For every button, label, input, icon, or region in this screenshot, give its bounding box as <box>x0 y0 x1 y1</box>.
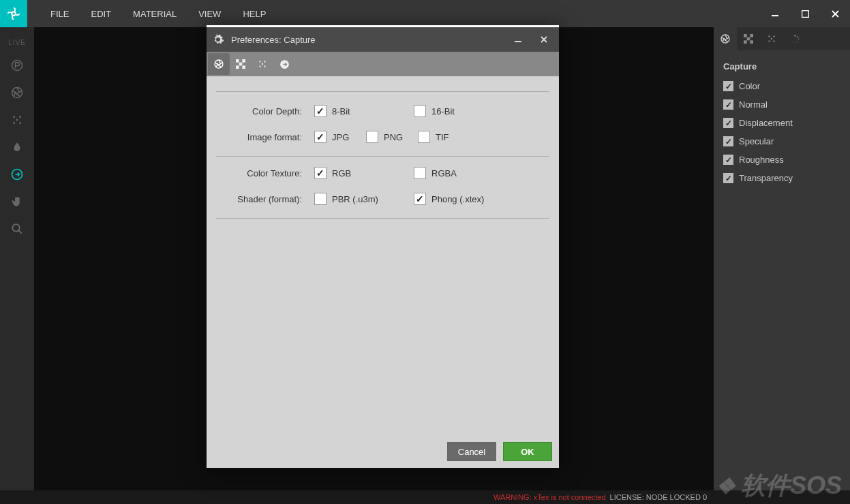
capture-check-roughness[interactable]: Roughness <box>723 155 840 165</box>
option-jpg[interactable]: JPG <box>314 131 366 143</box>
dialog-minimize-button[interactable] <box>509 30 528 49</box>
tool-hand-icon[interactable] <box>5 189 29 214</box>
dialog-tab-checker-icon[interactable] <box>230 53 252 75</box>
svg-rect-13 <box>744 34 747 37</box>
panel-tab-dots-icon[interactable] <box>760 27 783 50</box>
capture-check-specular[interactable]: Specular <box>723 136 840 146</box>
svg-rect-1 <box>772 15 778 16</box>
tool-parking-icon[interactable] <box>5 53 29 78</box>
checkbox-icon[interactable] <box>414 105 426 117</box>
panel-tab-aperture-icon[interactable] <box>714 27 737 50</box>
form-section-1: Color Depth: 8-Bit16-Bit Image format: J… <box>216 91 549 157</box>
menu-help[interactable]: HELP <box>232 9 277 19</box>
menu-edit[interactable]: EDIT <box>80 9 122 19</box>
svg-point-25 <box>798 38 799 40</box>
dialog-close-button[interactable] <box>534 30 553 49</box>
menu-material[interactable]: MATERIAL <box>122 9 187 19</box>
option-rgb[interactable]: RGB <box>314 167 414 179</box>
menu-view[interactable]: VIEW <box>187 9 232 19</box>
option-pbr-u3m-[interactable]: PBR (.u3m) <box>314 193 414 205</box>
checkbox-icon[interactable] <box>314 193 327 205</box>
check-label: Specular <box>739 136 774 146</box>
option-8-bit[interactable]: 8-Bit <box>314 105 414 117</box>
window-controls <box>760 0 850 27</box>
dialog-titlebar[interactable]: Preferences: Capture <box>207 27 559 52</box>
tool-arrow-circle-icon[interactable] <box>5 162 29 187</box>
option-label: 8-Bit <box>332 106 350 116</box>
status-warning: WARNING: xTex is not connected <box>494 493 606 501</box>
option-phong-xtex-[interactable]: Phong (.xtex) <box>414 193 513 205</box>
option-tif[interactable]: TIF <box>418 131 470 143</box>
svg-point-22 <box>773 40 774 42</box>
svg-point-28 <box>792 41 793 42</box>
dialog-tab-arrow-icon[interactable] <box>273 53 295 75</box>
ok-button[interactable]: OK <box>503 442 552 461</box>
svg-point-26 <box>797 40 798 42</box>
checkbox-icon[interactable] <box>723 99 733 110</box>
close-button[interactable] <box>820 0 850 27</box>
tool-dots-icon[interactable] <box>5 108 29 132</box>
right-panel: Capture ColorNormalDisplacementSpecularR… <box>714 27 850 490</box>
tool-search-icon[interactable] <box>5 217 29 241</box>
svg-rect-14 <box>747 37 750 41</box>
panel-tab-checker-icon[interactable] <box>737 27 760 50</box>
menu-items: FILE EDIT MATERIAL VIEW HELP <box>40 9 277 19</box>
label-image-format: Image format: <box>216 132 314 142</box>
svg-point-3 <box>12 61 22 71</box>
checkbox-icon[interactable] <box>314 105 327 117</box>
option-png[interactable]: PNG <box>366 131 418 143</box>
checkbox-icon[interactable] <box>418 131 430 143</box>
checkbox-icon[interactable] <box>723 155 733 165</box>
svg-point-7 <box>16 119 18 121</box>
checkbox-icon[interactable] <box>314 167 327 179</box>
label-shader-format: Shader (format): <box>216 194 314 204</box>
svg-point-39 <box>259 65 260 67</box>
checkbox-icon[interactable] <box>723 81 733 91</box>
option-label: PNG <box>384 132 403 142</box>
option-16-bit[interactable]: 16-Bit <box>414 105 513 117</box>
check-label: Normal <box>739 99 768 110</box>
option-label: Phong (.xtex) <box>431 194 484 204</box>
tool-aperture-icon[interactable] <box>5 80 29 105</box>
svg-rect-35 <box>242 65 245 69</box>
svg-point-9 <box>19 122 21 124</box>
check-label: Transparency <box>739 173 793 183</box>
form-section-2: Color Texture: RGBRGBA Shader (format): … <box>216 159 549 219</box>
svg-point-5 <box>13 116 15 118</box>
row-shader-format: Shader (format): PBR (.u3m)Phong (.xtex) <box>216 191 549 207</box>
checkbox-icon[interactable] <box>723 136 733 146</box>
checkbox-icon[interactable] <box>723 118 733 128</box>
option-label: PBR (.u3m) <box>332 194 378 204</box>
capture-check-transparency[interactable]: Transparency <box>723 173 840 183</box>
checkbox-icon[interactable] <box>314 131 327 143</box>
option-rgba[interactable]: RGBA <box>414 167 513 179</box>
menubar: FILE EDIT MATERIAL VIEW HELP <box>0 0 850 27</box>
row-color-depth: Color Depth: 8-Bit16-Bit <box>216 103 549 119</box>
status-license: LICENSE: NODE LOCKED 0 <box>610 493 707 501</box>
dialog-tabs <box>207 52 559 76</box>
dialog-tab-dots-icon[interactable] <box>252 53 273 75</box>
left-toolbar: LIVE <box>0 27 34 490</box>
checkbox-icon[interactable] <box>414 193 426 205</box>
svg-rect-29 <box>515 41 521 42</box>
svg-point-24 <box>797 36 798 37</box>
checkbox-icon[interactable] <box>414 167 426 179</box>
checkbox-icon[interactable] <box>723 173 733 183</box>
minimize-button[interactable] <box>760 0 790 27</box>
menu-file[interactable]: FILE <box>40 9 80 19</box>
live-label: LIVE <box>8 38 26 46</box>
panel-title: Capture <box>723 61 840 72</box>
svg-point-6 <box>19 116 21 118</box>
checkbox-icon[interactable] <box>366 131 378 143</box>
capture-check-displacement[interactable]: Displacement <box>723 118 840 128</box>
panel-tab-loading-icon[interactable] <box>783 27 806 50</box>
row-color-texture: Color Texture: RGBRGBA <box>216 165 549 181</box>
dialog-tab-aperture-icon[interactable] <box>208 53 230 75</box>
capture-check-color[interactable]: Color <box>723 81 840 91</box>
svg-point-20 <box>771 38 772 40</box>
cancel-button[interactable]: Cancel <box>447 442 496 461</box>
app-logo-icon[interactable] <box>0 0 27 27</box>
maximize-button[interactable] <box>790 0 820 27</box>
capture-check-normal[interactable]: Normal <box>723 99 840 110</box>
tool-drop-icon[interactable] <box>5 135 29 159</box>
